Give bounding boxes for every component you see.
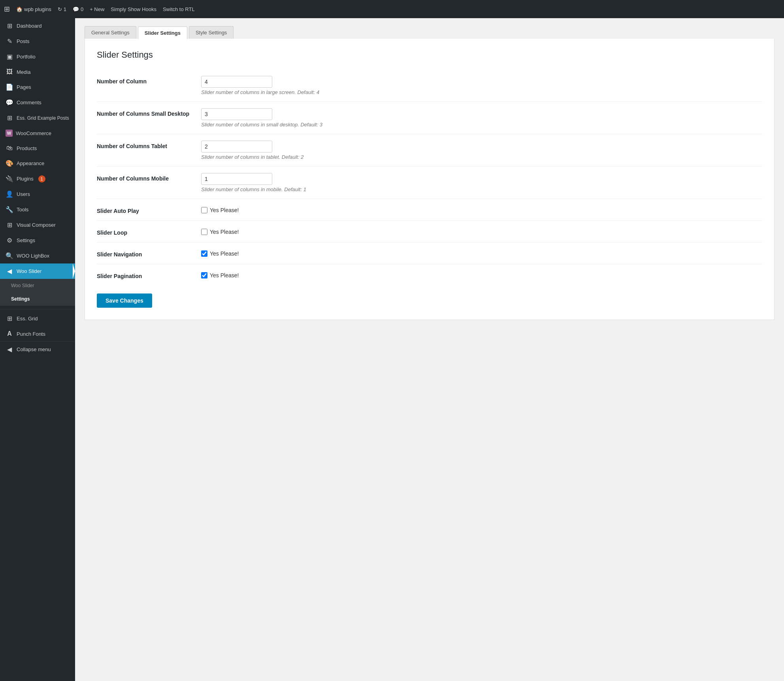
sidebar-label-media: Media bbox=[17, 69, 30, 75]
site-name[interactable]: 🏠 wpb plugins bbox=[16, 6, 51, 12]
checkbox-pagination[interactable] bbox=[201, 272, 207, 278]
sidebar-item-woo-slider[interactable]: ◀ Woo Slider bbox=[0, 263, 75, 279]
input-num-columns-tablet[interactable] bbox=[201, 141, 272, 152]
field-num-columns-tablet-wrap: Slider number of columns in tablet. Defa… bbox=[201, 141, 762, 160]
posts-icon: ✎ bbox=[6, 38, 13, 45]
tab-slider-settings[interactable]: Slider Settings bbox=[138, 26, 187, 39]
checkbox-text-navigation: Yes Please! bbox=[210, 250, 239, 257]
sidebar-label-pages: Pages bbox=[17, 84, 31, 90]
sidebar-item-visual-composer[interactable]: ⊞ Visual Composer bbox=[0, 217, 75, 233]
woo-slider-icon: ◀ bbox=[6, 267, 13, 275]
sidebar: ⊞ Dashboard ✎ Posts ▣ Portfolio 🖼 Media … bbox=[0, 18, 75, 681]
checkbox-auto-play[interactable] bbox=[201, 207, 207, 213]
checkbox-label-pagination[interactable]: Yes Please! bbox=[201, 271, 762, 278]
sidebar-label-products: Products bbox=[17, 145, 37, 151]
hint-num-columns-mobile: Slider number of columns in mobile. Defa… bbox=[201, 186, 762, 192]
label-slider-auto-play: Slider Auto Play bbox=[97, 205, 192, 214]
hint-num-column: Slider number of columns in large screen… bbox=[201, 89, 762, 95]
sidebar-label-settings: Settings bbox=[17, 237, 35, 243]
sidebar-item-comments[interactable]: 💬 Comments bbox=[0, 95, 75, 110]
field-num-columns-small-desktop-wrap: Slider number of columns in small deskto… bbox=[201, 108, 762, 128]
sidebar-item-ess-grid[interactable]: ⊞ Ess. Grid bbox=[0, 311, 75, 326]
switch-to-rtl[interactable]: Switch to RTL bbox=[163, 6, 195, 12]
field-slider-auto-play: Slider Auto Play Yes Please! bbox=[97, 199, 762, 221]
woo-lightbox-icon: 🔍 bbox=[6, 252, 13, 260]
settings-panel: Slider Settings Number of Column Slider … bbox=[85, 39, 775, 320]
tab-general-settings[interactable]: General Settings bbox=[85, 26, 136, 39]
collapse-icon: ◀ bbox=[6, 346, 13, 353]
update-count[interactable]: ↻ 1 bbox=[58, 6, 66, 12]
field-slider-loop: Slider Loop Yes Please! bbox=[97, 221, 762, 243]
sidebar-item-dashboard[interactable]: ⊞ Dashboard bbox=[0, 18, 75, 34]
sidebar-item-media[interactable]: 🖼 Media bbox=[0, 64, 75, 79]
sidebar-label-plugins: Plugins bbox=[17, 176, 34, 182]
label-slider-navigation: Slider Navigation bbox=[97, 249, 192, 258]
sidebar-label-comments: Comments bbox=[17, 100, 41, 105]
tab-style-settings[interactable]: Style Settings bbox=[189, 26, 234, 39]
ess-grid-posts-icon: ⊞ bbox=[6, 114, 13, 122]
sidebar-item-woo-lightbox[interactable]: 🔍 WOO LighBox bbox=[0, 248, 75, 263]
field-slider-loop-wrap: Yes Please! bbox=[201, 227, 762, 235]
checkbox-loop[interactable] bbox=[201, 229, 207, 235]
sidebar-label-collapse-menu: Collapse menu bbox=[17, 346, 51, 352]
field-slider-auto-play-wrap: Yes Please! bbox=[201, 205, 762, 213]
sidebar-item-appearance[interactable]: 🎨 Appearance bbox=[0, 156, 75, 171]
users-icon: 👤 bbox=[6, 190, 13, 198]
checkbox-label-loop[interactable]: Yes Please! bbox=[201, 227, 762, 235]
wp-logo[interactable]: ⊞ bbox=[4, 5, 10, 13]
field-num-columns-small-desktop: Number of Columns Small Desktop Slider n… bbox=[97, 102, 762, 134]
sidebar-subitem-settings[interactable]: Settings bbox=[0, 292, 75, 306]
hint-num-columns-small-desktop: Slider number of columns in small deskto… bbox=[201, 122, 762, 128]
input-num-column[interactable] bbox=[201, 76, 272, 88]
field-slider-pagination: Slider Pagination Yes Please! bbox=[97, 264, 762, 286]
sidebar-item-woocommerce[interactable]: W WooCommerce bbox=[0, 126, 75, 141]
tabs-row: General Settings Slider Settings Style S… bbox=[85, 26, 775, 39]
punch-fonts-icon: A bbox=[6, 330, 13, 337]
content-area: General Settings Slider Settings Style S… bbox=[75, 18, 784, 681]
save-changes-button[interactable]: Save Changes bbox=[97, 293, 152, 308]
simply-show-hooks[interactable]: Simply Show Hooks bbox=[111, 6, 156, 12]
sidebar-label-users: Users bbox=[17, 191, 30, 197]
checkbox-text-loop: Yes Please! bbox=[210, 229, 239, 235]
sidebar-item-products[interactable]: 🛍 Products bbox=[0, 141, 75, 156]
sidebar-item-tools[interactable]: 🔧 Tools bbox=[0, 202, 75, 217]
portfolio-icon: ▣ bbox=[6, 53, 13, 60]
sidebar-item-users[interactable]: 👤 Users bbox=[0, 186, 75, 202]
sidebar-item-collapse-menu[interactable]: ◀ Collapse menu bbox=[0, 341, 75, 357]
woocommerce-icon: W bbox=[6, 130, 13, 137]
sidebar-label-punch-fonts: Punch Fonts bbox=[17, 331, 45, 337]
input-num-columns-mobile[interactable] bbox=[201, 173, 272, 185]
sidebar-item-pages[interactable]: 📄 Pages bbox=[0, 79, 75, 95]
media-icon: 🖼 bbox=[6, 68, 13, 75]
sidebar-item-settings[interactable]: ⚙ Settings bbox=[0, 233, 75, 248]
plugins-badge: 1 bbox=[38, 175, 45, 182]
checkbox-label-navigation[interactable]: Yes Please! bbox=[201, 249, 762, 257]
new-button[interactable]: + New bbox=[90, 6, 104, 12]
sidebar-item-ess-grid-posts[interactable]: ⊞ Ess. Grid Example Posts bbox=[0, 110, 75, 126]
sidebar-label-visual-composer: Visual Composer bbox=[17, 222, 56, 228]
comment-count[interactable]: 💬 0 bbox=[73, 6, 83, 12]
comments-icon: 💬 bbox=[6, 99, 13, 106]
sidebar-item-punch-fonts[interactable]: A Punch Fonts bbox=[0, 326, 75, 341]
active-arrow bbox=[73, 263, 75, 279]
sidebar-label-ess-grid: Ess. Grid bbox=[17, 316, 38, 322]
sidebar-item-plugins[interactable]: 🔌 Plugins 1 bbox=[0, 171, 75, 186]
sidebar-sublabel-woo-slider: Woo Slider bbox=[11, 283, 34, 288]
label-num-columns-tablet: Number of Columns Tablet bbox=[97, 141, 192, 149]
checkbox-navigation[interactable] bbox=[201, 250, 207, 257]
settings-icon: ⚙ bbox=[6, 237, 13, 244]
sidebar-item-posts[interactable]: ✎ Posts bbox=[0, 34, 75, 49]
checkbox-label-auto-play[interactable]: Yes Please! bbox=[201, 205, 762, 213]
label-slider-loop: Slider Loop bbox=[97, 227, 192, 236]
checkbox-text-pagination: Yes Please! bbox=[210, 272, 239, 278]
field-slider-navigation: Slider Navigation Yes Please! bbox=[97, 243, 762, 264]
input-num-columns-small-desktop[interactable] bbox=[201, 108, 272, 120]
label-slider-pagination: Slider Pagination bbox=[97, 271, 192, 279]
pages-icon: 📄 bbox=[6, 83, 13, 91]
field-num-columns-mobile: Number of Columns Mobile Slider number o… bbox=[97, 167, 762, 199]
sidebar-item-portfolio[interactable]: ▣ Portfolio bbox=[0, 49, 75, 64]
label-num-columns-mobile: Number of Columns Mobile bbox=[97, 173, 192, 182]
field-num-column: Number of Column Slider number of column… bbox=[97, 70, 762, 102]
products-icon: 🛍 bbox=[6, 145, 13, 152]
sidebar-subitem-woo-slider[interactable]: Woo Slider bbox=[0, 279, 75, 292]
